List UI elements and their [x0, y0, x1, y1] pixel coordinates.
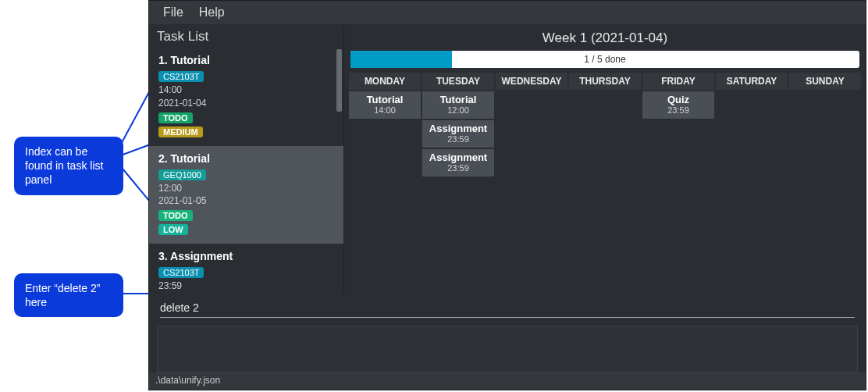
event-card[interactable]: Tutorial12:00	[422, 91, 494, 119]
task-time: 23:59	[158, 280, 334, 293]
event-title: Tutorial	[352, 94, 418, 105]
event-title: Quiz	[646, 94, 711, 105]
event-title: Assignment	[425, 123, 491, 134]
task-date: 2021-01-04	[158, 97, 334, 110]
status-bar: .\data\unify.json	[149, 372, 866, 390]
module-badge: CS2103T	[158, 71, 204, 82]
task-title: 3. Assignment	[158, 250, 334, 262]
task-time: 12:00	[158, 182, 334, 195]
main-area: Task List 1. TutorialCS2103T14:002021-01…	[149, 24, 866, 294]
app-window: File Help Task List 1. TutorialCS2103T14…	[148, 0, 866, 390]
event-card[interactable]: Tutorial14:00	[349, 91, 421, 119]
day-column: SATURDAY	[716, 73, 788, 294]
menu-help[interactable]: Help	[191, 2, 233, 23]
day-column: FRIDAYQuiz23:59	[642, 73, 714, 294]
priority-badge: LOW	[158, 224, 188, 235]
day-column: SUNDAY	[789, 73, 861, 294]
event-card[interactable]: Assignment23:59	[422, 120, 494, 148]
task-date: 2021-01-05	[158, 293, 334, 294]
day-column: WEDNESDAY	[496, 73, 567, 294]
command-input[interactable]	[160, 298, 855, 318]
event-title: Assignment	[425, 151, 491, 163]
module-badge: CS2103T	[158, 267, 204, 278]
scrollbar-vertical[interactable]	[336, 49, 342, 112]
status-badge: TODO	[158, 112, 193, 123]
task-card[interactable]: 1. TutorialCS2103T14:002021-01-04TODOMED…	[149, 48, 343, 146]
progress-bar: 1 / 5 done	[350, 51, 859, 68]
event-time: 23:59	[425, 134, 491, 144]
day-column: MONDAYTutorial14:00	[349, 73, 421, 294]
output-area	[157, 326, 858, 372]
task-list[interactable]: 1. TutorialCS2103T14:002021-01-04TODOMED…	[149, 48, 343, 294]
task-title: 2. Tutorial	[158, 152, 334, 165]
menu-bar: File Help	[149, 1, 866, 24]
task-title: 1. Tutorial	[158, 54, 334, 66]
priority-badge: MEDIUM	[158, 127, 203, 137]
callout-index: Index can be found in task list panel	[14, 137, 123, 195]
task-panel-title: Task List	[149, 24, 343, 48]
day-header: SATURDAY	[716, 73, 788, 90]
day-grid: MONDAYTutorial14:00TUESDAYTutorial12:00A…	[349, 73, 861, 294]
menu-file[interactable]: File	[155, 2, 191, 23]
status-badge: TODO	[158, 210, 193, 221]
event-time: 12:00	[425, 105, 491, 115]
module-badge: GEQ1000	[158, 169, 206, 180]
progress-text: 1 / 5 done	[350, 51, 859, 68]
calendar-panel: Week 1 (2021-01-04) 1 / 5 done MONDAYTut…	[344, 24, 866, 294]
callout-delete: Enter “delete 2” here	[14, 273, 123, 317]
task-date: 2021-01-05	[158, 194, 334, 208]
event-time: 23:59	[646, 105, 711, 115]
command-area	[149, 294, 866, 321]
day-column: TUESDAYTutorial12:00Assignment23:59Assig…	[422, 73, 494, 294]
day-header: FRIDAY	[642, 73, 714, 90]
task-card[interactable]: 3. AssignmentCS2103T23:592021-01-05DONEH…	[149, 244, 343, 294]
task-time: 14:00	[158, 84, 334, 97]
day-header: SUNDAY	[789, 73, 861, 90]
event-card[interactable]: Quiz23:59	[642, 91, 714, 119]
event-time: 23:59	[425, 163, 491, 173]
day-header: MONDAY	[349, 73, 421, 90]
week-title: Week 1 (2021-01-04)	[349, 29, 861, 51]
day-header: TUESDAY	[422, 73, 494, 90]
task-card[interactable]: 2. TutorialGEQ100012:002021-01-05TODOLOW	[149, 146, 343, 244]
day-column: THURSDAY	[569, 73, 641, 294]
task-panel: Task List 1. TutorialCS2103T14:002021-01…	[149, 24, 344, 294]
day-header: WEDNESDAY	[496, 73, 567, 90]
event-time: 14:00	[352, 105, 418, 115]
event-card[interactable]: Assignment23:59	[422, 149, 494, 176]
day-header: THURSDAY	[569, 73, 641, 90]
event-title: Tutorial	[425, 94, 491, 105]
